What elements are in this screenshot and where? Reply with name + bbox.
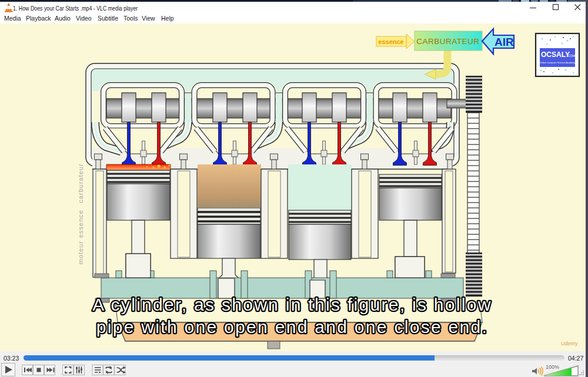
svg-text:Online Computer Science Academ: Online Computer Science Academy xyxy=(540,62,575,64)
svg-text:moteur: moteur xyxy=(77,241,84,264)
svg-text:100%: 100% xyxy=(546,364,559,370)
svg-text:OCSALY: OCSALY xyxy=(541,51,570,59)
svg-text:essence: essence xyxy=(378,38,403,45)
svg-text:essence: essence xyxy=(77,210,84,238)
svg-text:A cylinder, as shown in this f: A cylinder, as shown in this figure, is … xyxy=(92,295,492,314)
svg-text:AIR: AIR xyxy=(495,36,514,48)
svg-text:carburateur: carburateur xyxy=(77,163,84,203)
svg-text:CARBURATEUR: CARBURATEUR xyxy=(416,37,479,46)
svg-text:Udemy: Udemy xyxy=(561,341,578,346)
svg-text:pipe with one open end and one: pipe with one open end and one close end… xyxy=(96,317,488,336)
svg-text:.COM: .COM xyxy=(567,54,575,58)
